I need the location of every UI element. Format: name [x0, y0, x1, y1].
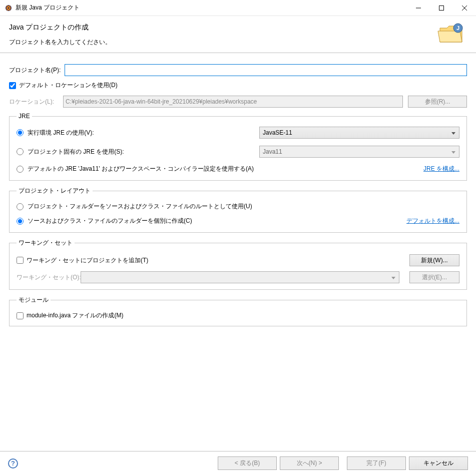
svg-rect-5 [439, 6, 444, 10]
wizard-subtitle: プロジェクト名を入力してください。 [9, 38, 432, 47]
workingset-legend: ワーキング・セット [17, 239, 75, 247]
jre-group: JRE 実行環境 JRE の使用(V): JavaSE-11 プロジェクト固有の… [9, 113, 467, 181]
layout-separate-radio[interactable] [17, 218, 24, 225]
jre-env-select[interactable]: JavaSE-11 [259, 127, 459, 139]
location-label: ロケーション(L): [9, 98, 59, 106]
layout-group: プロジェクト・レイアウト プロジェクト・フォルダーをソースおよびクラス・ファイル… [9, 187, 467, 233]
titlebar: 新規 Java プロジェクト [0, 0, 476, 16]
layout-legend: プロジェクト・レイアウト [17, 187, 93, 195]
window-title: 新規 Java プロジェクト [16, 4, 407, 12]
maximize-button[interactable] [430, 0, 453, 16]
workingset-select-button: 選択(E)... [409, 271, 459, 283]
jre-default-radio[interactable] [17, 166, 24, 173]
jre-env-label: 実行環境 JRE の使用(V): [28, 129, 259, 137]
browse-button: 参照(R)... [408, 96, 467, 108]
workingset-select [81, 271, 399, 283]
project-name-input[interactable] [65, 64, 467, 76]
module-group: モジュール module-info.java ファイルの作成(M) [9, 296, 467, 326]
svg-point-0 [6, 5, 12, 11]
jre-legend: JRE [17, 113, 32, 120]
project-name-label: プロジェクト名(P): [9, 66, 61, 75]
workingset-add-label: ワーキング・セットにプロジェクトを追加(T) [27, 256, 409, 265]
finish-button: 完了(F) [347, 456, 406, 470]
svg-text:J: J [456, 25, 459, 31]
location-input [63, 96, 403, 108]
workingset-new-button[interactable]: 新規(W)... [409, 254, 459, 266]
layout-root-radio[interactable] [17, 203, 24, 210]
jre-project-radio[interactable] [17, 148, 24, 155]
workingset-label: ワーキング・セット(O): [17, 273, 77, 282]
wizard-footer: ? < 戻る(B) 次へ(N) > 完了(F) キャンセル [0, 451, 476, 475]
layout-root-label: プロジェクト・フォルダーをソースおよびクラス・ファイルのルートとして使用(U) [28, 202, 459, 211]
eclipse-icon [5, 4, 13, 12]
module-create-checkbox[interactable] [17, 312, 24, 319]
close-button[interactable] [453, 0, 476, 16]
jre-project-select: Java11 [259, 146, 459, 158]
help-icon[interactable]: ? [8, 458, 18, 468]
jre-default-label: デフォルトの JRE 'Java11' およびワークスペース・コンパイラー設定を… [28, 165, 423, 173]
workingset-group: ワーキング・セット ワーキング・セットにプロジェクトを追加(T) 新規(W)..… [9, 239, 467, 290]
layout-configure-link[interactable]: デフォルトを構成... [406, 217, 459, 225]
minimize-button[interactable] [407, 0, 430, 16]
module-create-label: module-info.java ファイルの作成(M) [27, 311, 123, 320]
next-button: 次へ(N) > [280, 456, 339, 470]
wizard-title: Java プロジェクトの作成 [9, 23, 432, 32]
layout-separate-label: ソースおよびクラス・ファイルのフォルダーを個別に作成(C) [28, 217, 406, 225]
jre-configure-link[interactable]: JRE を構成... [423, 165, 459, 173]
folder-java-icon: J [437, 21, 467, 46]
cancel-button[interactable]: キャンセル [409, 456, 468, 470]
wizard-header: Java プロジェクトの作成 プロジェクト名を入力してください。 J [0, 16, 476, 53]
use-default-location-label: デフォルト・ロケーションを使用(D) [19, 81, 118, 90]
back-button: < 戻る(B) [218, 456, 277, 470]
module-legend: モジュール [17, 296, 51, 304]
wizard-content: プロジェクト名(P): デフォルト・ロケーションを使用(D) ロケーション(L)… [0, 53, 476, 337]
jre-env-radio[interactable] [17, 129, 24, 136]
use-default-location-checkbox[interactable] [9, 82, 16, 89]
jre-project-label: プロジェクト固有の JRE を使用(S): [28, 148, 259, 156]
workingset-add-checkbox[interactable] [17, 257, 24, 264]
